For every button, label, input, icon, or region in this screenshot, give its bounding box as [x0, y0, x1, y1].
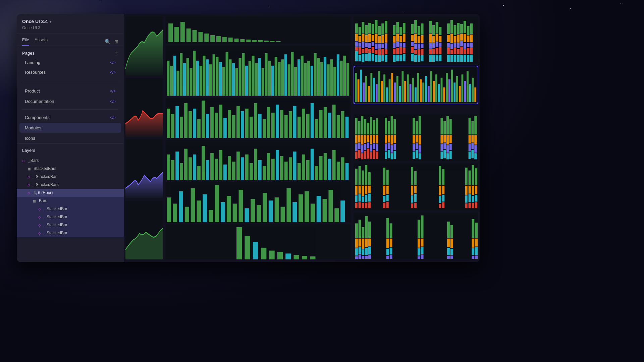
- page-item-landing[interactable]: Landing </>: [22, 58, 118, 67]
- nav-item-product[interactable]: Product </>: [19, 86, 121, 96]
- layer-bars-child[interactable]: ▦ Bars: [17, 197, 124, 205]
- svg-rect-334: [464, 21, 466, 33]
- right-column: 1200 × 400 +: [352, 14, 480, 262]
- svg-rect-567: [386, 256, 389, 259]
- nav-item-modules[interactable]: Modules: [19, 123, 121, 133]
- svg-rect-211: [362, 42, 364, 48]
- nav-item-icons[interactable]: Icons: [19, 133, 121, 143]
- svg-rect-246: [385, 43, 387, 49]
- svg-rect-348: [470, 55, 473, 62]
- svg-rect-406: [361, 145, 364, 153]
- svg-rect-479: [471, 150, 474, 158]
- divider-2: [22, 109, 118, 110]
- chart-selected[interactable]: 1200 × 400 +: [354, 66, 478, 104]
- svg-rect-226: [372, 42, 374, 46]
- layer-stackedbar-child-1[interactable]: ◇ _StackedBar: [17, 205, 124, 213]
- svg-rect-179: [286, 188, 291, 222]
- layer-stackedbars[interactable]: ▦ StackedBars: [17, 165, 124, 173]
- tab-file[interactable]: File: [22, 37, 29, 46]
- search-icon[interactable]: 🔍: [105, 39, 110, 44]
- svg-rect-234: [378, 26, 381, 35]
- svg-rect-391: [464, 81, 466, 102]
- svg-rect-105: [298, 117, 301, 138]
- svg-rect-388: [456, 76, 458, 102]
- app-subtitle: Once UI 3: [22, 25, 118, 30]
- svg-rect-395: [474, 87, 476, 102]
- svg-rect-523: [439, 204, 441, 208]
- corner-handle-bl[interactable]: [354, 103, 355, 104]
- svg-rect-496: [365, 165, 367, 185]
- svg-rect-288: [421, 55, 424, 61]
- svg-rect-569: [390, 238, 392, 247]
- svg-rect-163: [191, 188, 195, 222]
- layer-stackedbar-1[interactable]: ◇ _StackedBar: [17, 173, 124, 181]
- layer-stackedbar-child-2[interactable]: ◇ _StackedBar: [17, 213, 124, 221]
- svg-rect-270: [411, 35, 414, 41]
- corner-handle-tr[interactable]: [477, 66, 478, 67]
- svg-rect-284: [421, 23, 424, 35]
- svg-rect-594: [475, 247, 478, 255]
- svg-rect-352: [363, 82, 365, 102]
- svg-rect-107: [306, 114, 310, 138]
- svg-rect-433: [388, 135, 390, 142]
- svg-rect-465: [446, 135, 449, 144]
- svg-rect-120: [180, 163, 183, 180]
- svg-rect-587: [450, 255, 453, 259]
- layer-bars[interactable]: ◇ _Bars: [17, 157, 124, 165]
- svg-rect-61: [304, 63, 307, 96]
- svg-rect-259: [399, 27, 402, 35]
- svg-rect-451: [416, 150, 418, 158]
- svg-rect-315: [450, 34, 453, 43]
- divider-1: [22, 83, 118, 83]
- svg-rect-448: [416, 121, 418, 134]
- page-item-resources[interactable]: Resources </>: [22, 68, 118, 77]
- svg-rect-557: [365, 238, 368, 247]
- layer-stackedbar-child-4[interactable]: ◇ _StackedBar: [17, 229, 124, 237]
- svg-rect-45: [252, 56, 255, 96]
- svg-rect-525: [442, 186, 444, 194]
- svg-rect-64: [314, 53, 317, 96]
- svg-rect-498: [365, 195, 367, 202]
- svg-rect-196: [294, 255, 299, 259]
- canvas-area[interactable]: 1200 × 400 +: [124, 14, 480, 262]
- svg-rect-461: [443, 135, 446, 142]
- svg-rect-313: [447, 55, 450, 62]
- nav-item-components[interactable]: Components </>: [19, 113, 121, 122]
- svg-rect-439: [391, 153, 393, 159]
- layer-stackedbar-child-3[interactable]: ◇ _StackedBar: [17, 221, 124, 229]
- grid-icon[interactable]: ⊞: [114, 39, 118, 44]
- corner-handle-br[interactable]: [477, 103, 478, 104]
- nav-item-documentation[interactable]: Documentation </>: [19, 97, 121, 106]
- svg-rect-499: [365, 203, 367, 208]
- dropdown-arrow-icon[interactable]: ▾: [50, 20, 51, 23]
- svg-rect-131: [228, 156, 231, 180]
- svg-rect-583: [447, 256, 450, 259]
- svg-rect-495: [362, 203, 364, 208]
- svg-rect-466: [446, 145, 449, 153]
- svg-rect-204: [359, 27, 361, 35]
- svg-rect-117: [167, 154, 170, 180]
- svg-rect-241: [381, 44, 384, 48]
- layer-4-6-hour[interactable]: ◇ 4, 6 (Hour): [17, 189, 124, 197]
- svg-rect-20: [170, 66, 173, 96]
- svg-rect-471: [449, 151, 452, 159]
- chart-area-green: [125, 17, 163, 75]
- svg-rect-100: [276, 105, 279, 138]
- svg-rect-528: [465, 168, 468, 185]
- svg-rect-321: [454, 43, 457, 48]
- tab-assets[interactable]: Assets: [35, 37, 48, 46]
- svg-rect-393: [469, 84, 471, 102]
- svg-rect-140: [267, 153, 270, 180]
- svg-rect-351: [360, 70, 362, 102]
- svg-rect-222: [368, 49, 371, 53]
- svg-rect-201: [355, 42, 358, 47]
- layer-stackedbars-2[interactable]: ◇ _StackedBars: [17, 181, 124, 189]
- svg-rect-78: [180, 117, 183, 138]
- svg-rect-564: [386, 218, 389, 238]
- svg-rect-335: [464, 34, 466, 42]
- svg-rect-91: [236, 106, 240, 138]
- add-page-button[interactable]: +: [115, 50, 118, 56]
- corner-handle-tl[interactable]: [354, 66, 355, 67]
- svg-rect-137: [254, 148, 257, 180]
- svg-rect-436: [391, 116, 393, 134]
